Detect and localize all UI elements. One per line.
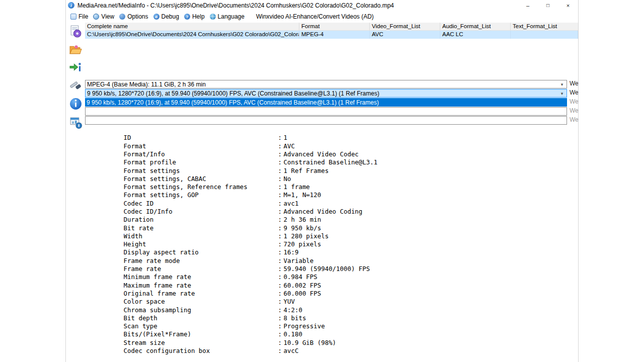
detail-value: 8 bits — [284, 314, 306, 322]
web-link-general[interactable]: Web — [570, 80, 578, 88]
detail-colon: : — [278, 232, 284, 240]
detail-key: Format settings — [124, 167, 278, 175]
menu-help-label: Help — [192, 13, 205, 20]
open-folder-button[interactable] — [68, 42, 83, 57]
web-link-audio[interactable]: Web — [570, 107, 578, 115]
text-stream-combobox[interactable] — [85, 116, 567, 125]
debug-menu-icon: d — [153, 14, 159, 20]
chevron-down-icon[interactable]: ▾ — [558, 89, 566, 97]
detail-colon: : — [278, 306, 284, 314]
web-link-text[interactable]: Web — [570, 116, 578, 124]
options-menu-icon — [119, 14, 125, 20]
file-row-selected[interactable]: C:\Users\jc895\OneDrive\Documents\2024 C… — [85, 31, 578, 39]
details-pane[interactable]: ID:1 Format:AVC Format/Info:Advanced Vid… — [86, 126, 578, 362]
detail-colon: : — [278, 224, 284, 232]
detail-colon: : — [278, 150, 284, 158]
detail-value: 1 Ref Frames — [284, 167, 329, 175]
detail-value: 60.000 FPS — [284, 290, 321, 298]
detail-key: Display aspect ratio — [124, 248, 278, 256]
detail-key: Stream size — [124, 339, 278, 347]
view-menu-icon — [93, 14, 99, 20]
menu-language[interactable]: Language — [207, 12, 247, 21]
detail-row: ID:1 — [86, 126, 578, 134]
titlebar: i MediaArea.net/MediaInfo - C:\Users\jc8… — [66, 0, 578, 11]
detail-colon: : — [278, 282, 284, 290]
detail-value: Advanced Video Coding — [284, 208, 363, 216]
detail-value: 0.180 — [284, 330, 302, 338]
web-link-video[interactable]: Web — [570, 89, 578, 97]
detail-colon: : — [278, 240, 284, 248]
detail-colon: : — [278, 191, 284, 199]
detail-key: Codec configuration box — [124, 347, 278, 355]
mediainfo-window: i MediaArea.net/MediaInfo - C:\Users\jc8… — [65, 0, 579, 362]
sheet-view-button[interactable] — [68, 115, 83, 130]
audio-stream-combobox[interactable] — [85, 107, 567, 116]
detail-value: avc1 — [284, 200, 299, 208]
general-stream-combobox[interactable]: MPEG-4 (Base Media): 11.1 GiB, 2 h 36 mi… — [85, 80, 567, 88]
general-stream-value: MPEG-4 (Base Media): 11.1 GiB, 2 h 36 mi… — [87, 81, 206, 88]
main-content: Complete name Format Video_Format_List A… — [85, 23, 578, 362]
detail-key: Frame rate — [124, 265, 278, 273]
web-link-3[interactable]: Web — [570, 98, 578, 106]
detail-colon: : — [278, 216, 284, 224]
detail-key: Maximum frame rate — [124, 282, 278, 290]
menu-options-label: Options — [127, 13, 148, 20]
detail-value: 60.002 FPS — [284, 282, 321, 290]
detail-key: Scan type — [124, 322, 278, 330]
header-video-format-list[interactable]: Video_Format_List — [370, 23, 440, 30]
close-button[interactable]: × — [558, 0, 578, 11]
menu-options[interactable]: Options — [117, 12, 150, 21]
tools-button[interactable] — [68, 77, 83, 92]
import-info-button[interactable] — [68, 59, 83, 74]
info-view-button[interactable] — [68, 96, 83, 111]
detail-value: 1 frame — [284, 183, 310, 191]
info-icon — [69, 97, 83, 111]
detail-key: Duration — [124, 216, 278, 224]
menu-help[interactable]: ? Help — [182, 12, 207, 21]
open-file-button[interactable] — [68, 24, 83, 39]
detail-key: Height — [124, 240, 278, 248]
video-stream-combobox[interactable]: 9 950 kb/s, 644*362 (16:9), at 59.940 (… — [85, 89, 567, 98]
detail-colon: : — [278, 175, 284, 183]
menu-view-label: View — [101, 13, 114, 20]
detail-value: M=1, N=120 — [284, 191, 321, 199]
header-audio-format-list[interactable]: Audio_Format_List — [440, 23, 511, 30]
ad-link[interactable]: Winxvideo AI-Enhance/Convert Videos (AD) — [256, 13, 374, 20]
detail-value: No — [284, 175, 291, 183]
detail-colon: : — [278, 314, 284, 322]
menu-language-label: Language — [218, 13, 245, 20]
file-menu-icon — [70, 14, 76, 20]
window-title: MediaArea.net/MediaInfo - C:\Users\jc895… — [77, 2, 394, 9]
menu-file[interactable]: File — [68, 12, 91, 21]
detail-key: Minimum frame rate — [124, 273, 278, 281]
detail-colon: : — [278, 167, 284, 175]
file-list-header: Complete name Format Video_Format_List A… — [85, 23, 578, 31]
menu-debug[interactable]: d Debug — [151, 12, 182, 21]
detail-colon: : — [278, 330, 284, 338]
detail-value: AVC — [284, 142, 295, 150]
detail-colon: : — [278, 248, 284, 256]
detail-value: YUV — [284, 298, 295, 306]
header-text-format-list[interactable]: Text_Format_List — [511, 23, 578, 30]
minimize-button[interactable]: – — [518, 0, 538, 11]
open-file-icon — [69, 25, 83, 38]
detail-value: 16:9 — [284, 248, 299, 256]
detail-key: Format settings, Reference frames — [124, 183, 278, 191]
detail-key: Bit depth — [124, 314, 278, 322]
cell-text-format — [511, 31, 578, 39]
maximize-button[interactable]: □ — [538, 0, 558, 11]
window-controls: – □ × — [518, 0, 578, 11]
menu-debug-label: Debug — [162, 13, 179, 20]
detail-colon: : — [278, 339, 284, 347]
detail-key: Format settings, CABAC — [124, 175, 278, 183]
menu-view[interactable]: View — [91, 12, 117, 21]
detail-value: 4:2:0 — [284, 306, 302, 314]
detail-key: Codec ID — [124, 200, 278, 208]
header-complete-name[interactable]: Complete name — [85, 23, 299, 30]
video-dropdown-item-highlighted[interactable]: 9 950 kb/s, 644*362 (16:9), at 59.940 (… — [85, 98, 567, 107]
header-format[interactable]: Format — [299, 23, 370, 30]
language-menu-icon — [210, 14, 216, 20]
sheet-view-icon — [69, 116, 83, 129]
detail-colon: : — [278, 322, 284, 330]
chevron-down-icon[interactable]: ▾ — [558, 80, 566, 88]
